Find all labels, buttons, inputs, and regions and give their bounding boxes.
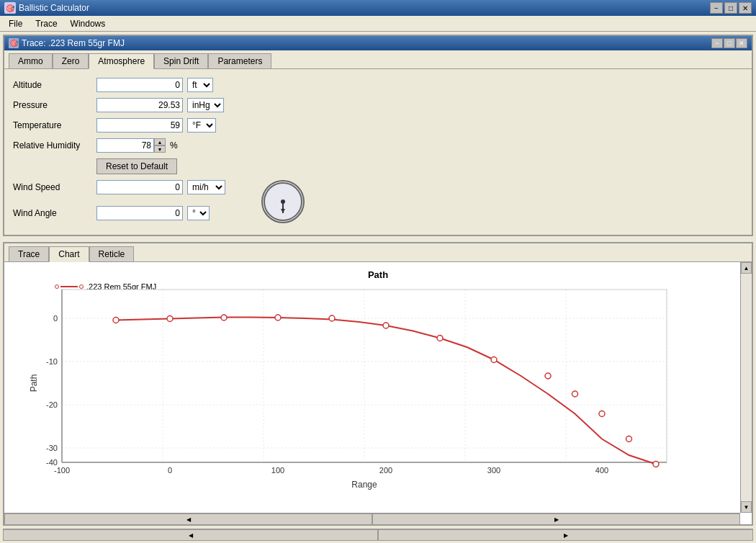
menu-file[interactable]: File — [3, 17, 28, 30]
temperature-label: Temperature — [13, 120, 92, 130]
svg-text:0: 0 — [168, 466, 172, 475]
svg-point-3 — [281, 199, 285, 204]
pressure-input[interactable] — [96, 98, 183, 112]
humidity-unit-label: % — [170, 140, 178, 151]
svg-point-34 — [221, 315, 227, 320]
inner-min-btn[interactable]: − — [711, 38, 723, 48]
temperature-unit-select[interactable]: °F °C — [187, 118, 216, 133]
altitude-row: Altitude ft m — [13, 78, 743, 92]
svg-text:200: 200 — [379, 466, 392, 475]
inner-close-btn[interactable]: ✕ — [736, 38, 747, 48]
reset-row: Reset to Default — [13, 158, 743, 174]
main-scroll-right[interactable]: ▶ — [378, 529, 753, 541]
minimize-button[interactable]: − — [710, 2, 723, 14]
pressure-label: Pressure — [13, 100, 92, 110]
main-h-scrollbar[interactable]: ◀ ▶ — [3, 529, 753, 540]
wind-speed-row: Wind Speed mi/h km/h m/s — [13, 180, 225, 194]
svg-text:-30: -30 — [46, 444, 58, 452]
temperature-input[interactable] — [96, 118, 183, 133]
tab-parameters[interactable]: Parameters — [208, 53, 271, 68]
wind-speed-label: Wind Speed — [13, 182, 92, 192]
wind-angle-input[interactable] — [96, 206, 183, 220]
maximize-button[interactable]: □ — [724, 2, 737, 14]
chart-area: Path .223 Rem 55gr FMJ — [4, 261, 752, 524]
main-scroll-left[interactable]: ◀ — [3, 529, 378, 541]
altitude-unit-select[interactable]: ft m — [187, 78, 213, 92]
menu-trace[interactable]: Trace — [30, 17, 63, 30]
svg-point-32 — [113, 318, 119, 323]
wind-angle-label: Wind Angle — [13, 208, 92, 218]
altitude-input[interactable] — [96, 78, 183, 92]
close-button[interactable]: ✕ — [739, 2, 752, 14]
tab-zero[interactable]: Zero — [53, 53, 89, 68]
inner-title: Trace: .223 Rem 55gr FMJ — [22, 38, 125, 48]
app-title: Ballistic Calculator — [19, 3, 89, 13]
menu-bar: File Trace Windows — [0, 16, 756, 32]
svg-text:300: 300 — [487, 466, 500, 475]
pressure-row: Pressure inHg hPa — [13, 98, 743, 112]
humidity-spinner-wrap: ▲ ▼ — [96, 138, 166, 153]
svg-text:-100: -100 — [54, 466, 70, 475]
tab-ammo[interactable]: Ammo — [9, 53, 53, 68]
tab-bar: Ammo Zero Atmosphere Spin Drift Paramete… — [4, 50, 752, 68]
scroll-right-btn[interactable]: ▶ — [372, 513, 740, 524]
svg-point-37 — [383, 323, 389, 328]
wind-section: Wind Speed mi/h km/h m/s Wind Angle — [13, 180, 743, 226]
svg-point-41 — [572, 391, 578, 397]
chart-title: Path — [12, 269, 744, 280]
scroll-up-btn[interactable]: ▲ — [741, 262, 752, 274]
title-bar: 🎯 Ballistic Calculator − □ ✕ — [0, 0, 756, 16]
tab-atmosphere[interactable]: Atmosphere — [89, 53, 154, 69]
wind-speed-unit-select[interactable]: mi/h km/h m/s — [187, 180, 225, 194]
svg-point-36 — [329, 315, 335, 321]
temperature-row: Temperature °F °C — [13, 118, 743, 133]
svg-text:Range: Range — [351, 480, 377, 490]
wind-angle-row: Wind Angle ° — [13, 206, 225, 220]
tab-spin-drift[interactable]: Spin Drift — [154, 53, 208, 68]
bottom-tab-trace[interactable]: Trace — [9, 246, 49, 261]
horizontal-scrollbar[interactable]: ◀ ▶ — [4, 513, 740, 524]
wind-angle-unit-select[interactable]: ° — [187, 206, 210, 220]
pressure-unit-select[interactable]: inHg hPa — [187, 98, 224, 112]
svg-point-40 — [545, 373, 551, 379]
svg-point-35 — [275, 315, 281, 320]
app-icon: 🎯 — [4, 2, 16, 14]
reset-default-button[interactable]: Reset to Default — [96, 158, 177, 174]
vertical-scrollbar[interactable]: ▲ ▼ — [740, 262, 752, 513]
altitude-label: Altitude — [13, 80, 92, 90]
wind-speed-input[interactable] — [96, 180, 183, 194]
inner-window: 🎯 Trace: .223 Rem 55gr FMJ − □ ✕ Ammo Ze… — [3, 35, 753, 236]
humidity-row: Relative Humidity ▲ ▼ % — [13, 138, 743, 153]
scroll-left-btn[interactable]: ◀ — [4, 513, 372, 524]
bottom-tab-reticle[interactable]: Reticle — [89, 246, 135, 261]
svg-point-42 — [599, 411, 605, 417]
svg-text:100: 100 — [271, 466, 284, 475]
svg-text:-20: -20 — [46, 400, 58, 409]
menu-windows[interactable]: Windows — [65, 17, 112, 30]
atmosphere-tab-content: Altitude ft m Pressure inHg hPa Temperat… — [4, 68, 752, 235]
main-content: 🎯 Trace: .223 Rem 55gr FMJ − □ ✕ Ammo Ze… — [0, 32, 756, 543]
inner-max-btn[interactable]: □ — [724, 38, 735, 48]
svg-point-43 — [626, 436, 632, 442]
svg-point-44 — [653, 462, 659, 467]
scroll-track-v[interactable] — [741, 274, 752, 501]
bottom-tab-chart[interactable]: Chart — [49, 246, 89, 262]
svg-text:-10: -10 — [46, 357, 58, 366]
inner-icon: 🎯 — [9, 38, 19, 48]
wind-compass[interactable] — [261, 180, 305, 223]
bottom-tab-bar: Trace Chart Reticle — [4, 243, 752, 261]
wind-fields: Wind Speed mi/h km/h m/s Wind Angle — [13, 180, 225, 226]
scroll-down-btn[interactable]: ▼ — [741, 501, 752, 513]
svg-point-38 — [437, 336, 443, 341]
svg-point-33 — [167, 316, 173, 322]
humidity-input[interactable] — [96, 138, 154, 153]
humidity-up-btn[interactable]: ▲ — [154, 138, 166, 145]
humidity-spinner-buttons: ▲ ▼ — [154, 138, 166, 153]
svg-point-39 — [491, 357, 497, 363]
bottom-section: Trace Chart Reticle Path .223 Rem 55gr F… — [3, 242, 753, 526]
humidity-label: Relative Humidity — [13, 140, 92, 151]
svg-text:0: 0 — [53, 314, 58, 323]
svg-text:Path: Path — [29, 374, 39, 392]
chart-svg: 0 -10 -20 -30 -40 -100 0 100 200 300 400… — [26, 282, 681, 491]
humidity-down-btn[interactable]: ▼ — [154, 145, 166, 153]
